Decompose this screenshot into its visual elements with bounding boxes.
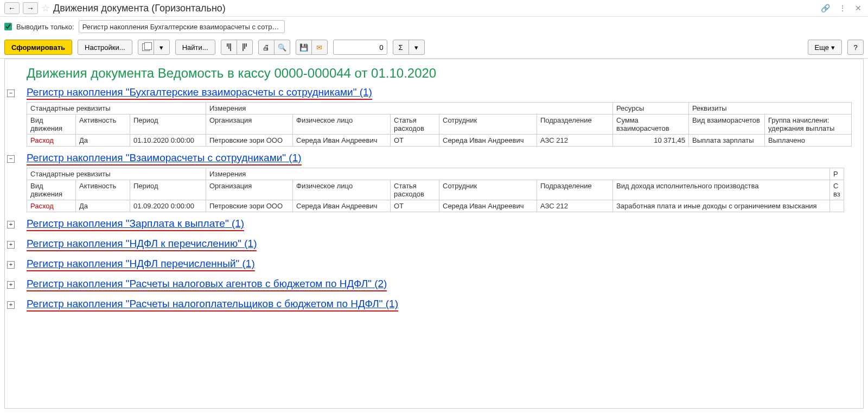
register-table: Стандартные реквизиты Измерения Ресурсы … [27,102,852,147]
cell: Середа Иван Андреевич [293,135,391,147]
copy-dropdown-button[interactable]: ▾ [154,40,170,55]
col-header: Статья расходов [391,115,439,135]
cell: АЗС 212 [537,200,613,212]
col-header: Организация [206,180,293,200]
register-link[interactable]: Регистр накопления "Зарплата к выплате" … [27,218,244,231]
col-header: Сотрудник [439,180,537,200]
group-header-row: Стандартные реквизиты Измерения Ресурсы … [27,103,852,115]
tree-collapse-icon[interactable]: − [7,90,15,97]
collapse-icon [242,43,247,51]
group-header: Р [830,168,844,180]
cell: Да [76,135,130,147]
cell: Расход [27,200,76,212]
sum-dropdown-button[interactable]: ▾ [409,40,425,55]
col-header: С вз [830,180,844,200]
cell: Да [76,200,130,212]
output-only-label: Выводить только: [16,23,74,31]
register-section: + Регистр накопления "НДФЛ к перечислени… [5,237,863,252]
col-header: Подразделение [537,180,613,200]
nav-back-button[interactable]: ← [4,2,20,14]
cell: Выплачено [765,135,852,147]
register-section: − Регистр накопления "Бухгалтерские взаи… [5,85,863,147]
help-button[interactable]: ? [847,40,864,55]
tree-expand-icon[interactable]: + [7,301,15,309]
expand-all-button[interactable] [221,40,237,55]
toolbar: Сформировать Настройки... ▾ Найти... 🖨 🔍… [0,36,868,59]
number-input[interactable] [333,40,387,55]
floppy-icon: 💾 [299,43,308,52]
column-header-row: Вид движения Активность Период Организац… [27,180,844,200]
col-header: Сумма взаиморасчетов [613,115,689,135]
col-header: Период [130,180,206,200]
link-icon[interactable]: 🔗 [819,4,832,12]
expand-icon [227,43,231,51]
col-header: Вид взаиморасчетов [689,115,765,135]
kebab-menu-icon[interactable]: ⋮ [837,4,848,12]
cell: ОТ [391,135,439,147]
table-row[interactable]: Расход Да 01.09.2020 0:00:00 Петровские … [27,200,844,212]
cell: Петровские зори ООО [206,200,293,212]
col-header: Активность [76,115,130,135]
cell: АЗС 212 [537,135,613,147]
email-button[interactable]: ✉ [311,40,328,55]
nav-forward-button[interactable]: → [23,2,38,14]
register-link[interactable]: Регистр накопления "НДФЛ перечисленный" … [27,258,255,271]
register-link[interactable]: Регистр накопления "Бухгалтерские взаимо… [27,86,372,100]
form-button[interactable]: Сформировать [4,40,72,55]
output-only-checkbox[interactable] [4,23,12,30]
col-header: Активность [76,180,130,200]
copy-icon [142,43,150,51]
collapse-all-button[interactable] [237,40,253,55]
cell [830,200,844,212]
filter-row: Выводить только: Регистр накопления Бухг… [0,17,868,36]
save-button[interactable]: 💾 [296,40,312,55]
cell: Середа Иван Андреевич [293,200,391,212]
tree-expand-icon[interactable]: + [7,281,15,289]
col-header: Организация [206,115,293,135]
group-header: Измерения [206,168,830,180]
register-link[interactable]: Регистр накопления "Взаиморасчеты с сотр… [27,152,302,166]
report-title: Движения документа Ведомость в кассу 000… [5,59,863,85]
settings-button[interactable]: Настройки... [78,40,132,55]
register-link[interactable]: Регистр накопления "НДФЛ к перечислению"… [27,238,257,251]
filter-select-value: Регистр накопления Бухгалтерские взаимор… [82,23,281,31]
tree-collapse-icon[interactable]: − [7,155,15,163]
col-header: Физическое лицо [293,180,391,200]
more-button[interactable]: Еще ▾ [808,40,842,55]
col-header: Группа начислени: удержания выплаты [765,115,852,135]
find-button[interactable]: Найти... [175,40,215,55]
cell: Расход [27,135,76,147]
cell: Заработная плата и иные доходы с огранич… [613,200,830,212]
titlebar: ← → ☆ Движения документа (Горизонтально)… [0,0,868,17]
group-header: Стандартные реквизиты [27,103,206,115]
window-title: Движения документа (Горизонтально) [53,3,815,14]
col-header: Вид дохода исполнительного производства [613,180,830,200]
cell: 01.09.2020 0:00:00 [130,200,206,212]
register-section: + Регистр накопления "Зарплата к выплате… [5,217,863,232]
favorite-star-icon[interactable]: ☆ [41,2,50,14]
print-button[interactable]: 🖨 [258,40,275,55]
register-section: + Регистр накопления "Расчеты налогоплат… [5,297,863,313]
tree-expand-icon[interactable]: + [7,221,15,228]
report-area[interactable]: Движения документа Ведомость в кассу 000… [4,59,864,409]
close-icon[interactable]: ✕ [853,4,864,12]
sum-button[interactable]: Σ [393,40,409,55]
preview-button[interactable]: 🔍 [274,40,290,55]
cell: 01.10.2020 0:00:00 [130,135,206,147]
filter-select[interactable]: Регистр накопления Бухгалтерские взаимор… [79,20,285,33]
group-header-row: Стандартные реквизиты Измерения Р [27,168,844,180]
register-link[interactable]: Регистр накопления "Расчеты налоговых аг… [27,278,387,291]
group-header: Реквизиты [689,103,852,115]
print-icon: 🖨 [263,43,270,52]
register-link[interactable]: Регистр накопления "Расчеты налогоплател… [27,298,398,312]
sigma-icon: Σ [399,43,403,52]
group-header: Стандартные реквизиты [27,168,206,180]
group-header: Ресурсы [613,103,689,115]
cell: Выплата зарплаты [689,135,765,147]
table-row[interactable]: Расход Да 01.10.2020 0:00:00 Петровские … [27,135,852,147]
copy-button[interactable] [138,40,154,55]
col-header: Физическое лицо [293,115,391,135]
register-section: + Регистр накопления "Расчеты налоговых … [5,277,863,293]
tree-expand-icon[interactable]: + [7,241,15,249]
tree-expand-icon[interactable]: + [7,261,15,269]
